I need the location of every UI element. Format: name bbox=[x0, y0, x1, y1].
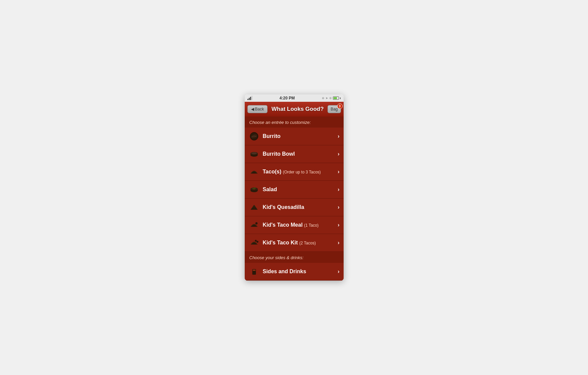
entree-menu-list: Burrito › Burrito Bowl › bbox=[245, 128, 344, 252]
kids-taco-kit-subtext: (2 Tacos) bbox=[299, 241, 316, 245]
chevron-right-icon: › bbox=[338, 222, 339, 228]
status-bar: 4:20 PM ⊕ ➤ ⊛ bbox=[245, 94, 344, 102]
taco-icon bbox=[249, 166, 259, 177]
bag-badge: 0 bbox=[337, 103, 343, 109]
burrito-label: Burrito bbox=[263, 133, 335, 139]
arrow-icon: ➤ bbox=[326, 96, 328, 100]
tacos-subtext: (Order up to 3 Tacos) bbox=[283, 170, 321, 174]
back-label: Back bbox=[255, 107, 264, 111]
bag-button[interactable]: Bag 0 bbox=[328, 105, 341, 113]
chevron-right-icon: › bbox=[338, 204, 339, 210]
kids-quesadilla-label: Kid's Quesadilla bbox=[263, 204, 335, 210]
wifi-icon: ⊛ bbox=[329, 96, 332, 100]
sides-drinks-label: Sides and Drinks bbox=[263, 269, 335, 275]
chevron-right-icon: › bbox=[338, 169, 339, 175]
back-chevron-icon: ◀ bbox=[251, 107, 254, 111]
list-item[interactable]: Kid's Quesadilla › bbox=[245, 199, 344, 216]
kids-taco-meal-subtext: (1 Taco) bbox=[304, 223, 318, 228]
nav-bar: ◀ Back What Looks Good? Bag 0 bbox=[245, 102, 344, 117]
svg-point-11 bbox=[255, 222, 257, 224]
phone-wrapper: 4:20 PM ⊕ ➤ ⊛ ◀ Back What Looks Good? Ba… bbox=[245, 94, 344, 281]
battery-tip bbox=[340, 97, 341, 99]
signal-icon bbox=[247, 96, 252, 100]
main-content: Choose an entrée to customize: Burrito › bbox=[245, 117, 344, 281]
svg-rect-15 bbox=[253, 270, 255, 271]
burrito-bowl-icon bbox=[249, 149, 259, 159]
list-item[interactable]: Salad › bbox=[245, 181, 344, 199]
salad-icon bbox=[249, 184, 259, 195]
battery-icon bbox=[333, 96, 339, 100]
salad-label: Salad bbox=[263, 186, 335, 193]
kids-taco-kit-label: Kid's Taco Kit (2 Tacos) bbox=[263, 240, 335, 246]
list-item[interactable]: Taco(s) (Order up to 3 Tacos) › bbox=[245, 163, 344, 181]
status-left bbox=[247, 96, 252, 100]
list-item[interactable]: Sides and Drinks › bbox=[245, 263, 344, 281]
svg-point-7 bbox=[252, 188, 254, 189]
list-item[interactable]: Kid's Taco Meal (1 Taco) › bbox=[245, 216, 344, 234]
sides-menu-list: Sides and Drinks › bbox=[245, 263, 344, 281]
burrito-bowl-label: Burrito Bowl bbox=[263, 151, 335, 157]
svg-point-4 bbox=[251, 152, 257, 154]
burrito-icon bbox=[249, 131, 259, 142]
phone-screen: 4:20 PM ⊕ ➤ ⊛ ◀ Back What Looks Good? Ba… bbox=[245, 94, 344, 281]
sides-drinks-icon bbox=[249, 266, 259, 277]
chevron-right-icon: › bbox=[338, 186, 339, 193]
entree-section-header: Choose an entrée to customize: bbox=[245, 117, 344, 128]
svg-point-13 bbox=[256, 241, 258, 243]
quesadilla-icon bbox=[249, 202, 259, 213]
status-time: 4:20 PM bbox=[280, 96, 295, 100]
chevron-right-icon: › bbox=[338, 151, 339, 157]
kids-taco-meal-icon bbox=[249, 220, 259, 230]
chevron-right-icon: › bbox=[338, 240, 339, 246]
status-right: ⊕ ➤ ⊛ bbox=[322, 96, 341, 100]
svg-point-12 bbox=[255, 240, 256, 242]
svg-point-9 bbox=[253, 189, 254, 190]
location-icon: ⊕ bbox=[322, 96, 325, 100]
chevron-right-icon: › bbox=[338, 133, 339, 139]
list-item[interactable]: Kid's Taco Kit (2 Tacos) › bbox=[245, 234, 344, 252]
list-item[interactable]: Burrito Bowl › bbox=[245, 145, 344, 163]
chevron-right-icon: › bbox=[338, 269, 339, 275]
kids-taco-kit-icon bbox=[249, 237, 259, 248]
sides-section-header: Choose your sides & drinks: bbox=[245, 252, 344, 263]
nav-title: What Looks Good? bbox=[268, 106, 328, 112]
kids-taco-meal-label: Kid's Taco Meal (1 Taco) bbox=[263, 222, 335, 228]
list-item[interactable]: Burrito › bbox=[245, 128, 344, 145]
back-button[interactable]: ◀ Back bbox=[247, 105, 268, 113]
tacos-label: Taco(s) (Order up to 3 Tacos) bbox=[263, 169, 335, 175]
bag-label: Bag bbox=[331, 107, 338, 111]
